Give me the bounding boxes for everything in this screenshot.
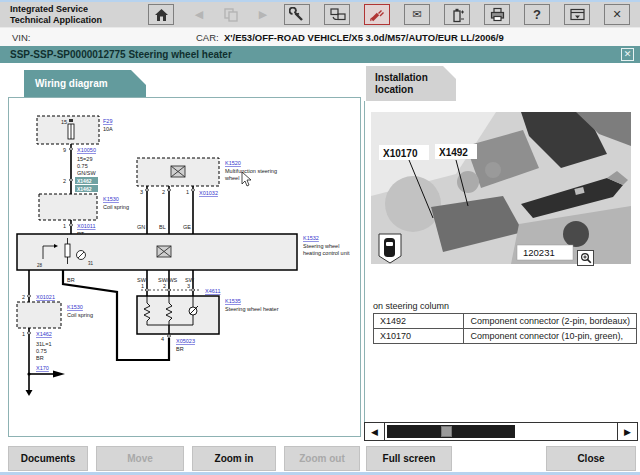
display-change-icon <box>329 7 346 22</box>
link-x1462[interactable]: X1462 <box>36 331 52 337</box>
app-title: Integrated Service Technical Application <box>10 4 102 25</box>
close-application-button[interactable]: ✕ <box>604 4 630 25</box>
installation-location-panel: X10170 X1492 120231 on steering column <box>364 101 640 437</box>
document-history-icon <box>223 7 239 22</box>
coil-spring-box-lower <box>17 302 61 328</box>
link-f29[interactable]: F29 <box>103 118 112 124</box>
connector-table: X1492 Component connector (2-pin, bordea… <box>373 313 637 344</box>
svg-text:SW/WS: SW/WS <box>158 277 178 283</box>
mail-icon: ✉ <box>412 9 421 20</box>
vin-label: VIN: <box>12 32 30 43</box>
svg-text:2: 2 <box>163 283 166 289</box>
svg-text:GN/SW: GN/SW <box>77 170 96 176</box>
workshop-tools-button[interactable] <box>284 4 310 25</box>
close-button[interactable]: Close <box>546 446 636 471</box>
coil-spring-box-upper <box>39 194 97 220</box>
component-logo-icon <box>171 166 185 177</box>
printer-icon <box>489 7 506 22</box>
help-button[interactable]: ? <box>524 4 550 25</box>
link-x10050[interactable]: X10050 <box>77 147 96 153</box>
svg-text:X1462: X1462 <box>77 178 92 184</box>
svg-text:4: 4 <box>161 336 164 342</box>
full-screen-button[interactable]: Full screen <box>366 446 452 471</box>
minimize-window-button[interactable] <box>564 4 590 25</box>
link-x01032[interactable]: X01032 <box>199 190 218 196</box>
table-row[interactable]: X1492 Component connector (2-pin, bordea… <box>374 314 637 329</box>
link-k1532[interactable]: K1532 <box>303 235 319 241</box>
link-k1535[interactable]: K1535 <box>225 298 241 304</box>
svg-text:heating control unit: heating control unit <box>303 250 350 256</box>
photo-zoom-button[interactable] <box>577 250 594 266</box>
forward-button[interactable]: ▶ <box>250 4 276 25</box>
scrollbar-range <box>387 425 515 438</box>
svg-text:1: 1 <box>141 283 144 289</box>
photo-image-number: 120231 <box>523 247 555 258</box>
wiring-diagram-panel: 15 F29 10A 9 X10050 15=29 0.75 GN/SW 2 X… <box>8 97 361 437</box>
svg-text:3: 3 <box>187 283 190 289</box>
pin-9: 9 <box>63 147 66 153</box>
display-change-button[interactable] <box>324 4 350 25</box>
back-button[interactable]: ◀ <box>186 4 212 25</box>
forward-icon: ▶ <box>259 9 267 20</box>
component-logo-icon <box>157 246 171 257</box>
vehicle-connection-button[interactable] <box>364 4 390 25</box>
connector-desc-cell: Component connector (10-pin, green), <box>464 329 637 344</box>
battery-icon <box>449 7 465 23</box>
wrench-icon <box>289 7 305 22</box>
svg-text:Multifunction steering: Multifunction steering <box>225 168 277 174</box>
svg-text:1: 1 <box>186 189 189 195</box>
tab-wiring-diagram[interactable]: Wiring diagram <box>24 70 146 98</box>
zoom-in-button[interactable]: Zoom in <box>192 446 276 471</box>
link-x4611[interactable]: X4611 <box>205 288 221 294</box>
svg-text:X1462: X1462 <box>77 186 92 192</box>
scrollbar-track[interactable] <box>385 423 617 440</box>
messages-button[interactable]: ✉ <box>404 4 430 25</box>
link-k1520[interactable]: K1520 <box>225 160 241 166</box>
svg-text:3: 3 <box>140 189 143 195</box>
installation-photo: X10170 X1492 120231 <box>371 112 631 264</box>
photo-label-x10170: X10170 <box>383 148 418 159</box>
connector-id-cell: X1492 <box>374 314 464 329</box>
link-k1530[interactable]: K1530 <box>103 196 119 202</box>
svg-text:BR: BR <box>36 355 44 361</box>
scroll-left-button[interactable]: ◀ <box>365 423 385 440</box>
connector-id-cell: X10170 <box>374 329 464 344</box>
mouse-cursor <box>242 172 251 186</box>
link-k1530[interactable]: K1530 <box>67 304 83 310</box>
pin-2: 2 <box>63 178 66 184</box>
close-icon: ✕ <box>612 9 621 20</box>
scroll-right-button[interactable]: ▶ <box>617 423 637 440</box>
photo-label-x1492: X1492 <box>439 147 468 158</box>
car-label: CAR: <box>196 32 219 43</box>
svg-text:BL: BL <box>159 224 166 230</box>
scrollbar-thumb[interactable] <box>441 426 452 437</box>
document-history-button[interactable] <box>218 4 244 25</box>
tab-installation-location[interactable]: Installation location <box>366 66 456 101</box>
link-x170[interactable]: X170 <box>36 365 49 371</box>
zoom-out-button[interactable]: Zoom out <box>284 446 360 471</box>
svg-text:GE: GE <box>183 224 191 230</box>
svg-text:0.75: 0.75 <box>36 348 47 354</box>
battery-voltage-button[interactable] <box>444 4 470 25</box>
svg-text:Coil spring: Coil spring <box>103 204 129 210</box>
document-close-button[interactable]: ✕ <box>621 48 634 61</box>
connector-arrow <box>53 371 65 378</box>
documents-button[interactable]: Documents <box>8 446 88 471</box>
svg-text:0.75: 0.75 <box>77 163 88 169</box>
terminal-15-label: 15 <box>61 119 67 125</box>
svg-text:Steering wheel: Steering wheel <box>303 243 339 249</box>
link-x01011[interactable]: X01011 <box>77 223 96 229</box>
move-button[interactable]: Move <box>96 446 184 471</box>
ground-arrow <box>26 390 33 396</box>
table-row[interactable]: X10170 Component connector (10-pin, gree… <box>374 329 637 344</box>
home-button[interactable] <box>148 4 174 25</box>
car-position-icon <box>379 234 401 263</box>
steering-wheel-heater-box <box>137 296 219 334</box>
pin-1: 1 <box>63 223 66 229</box>
svg-text:GN: GN <box>137 224 145 230</box>
link-x05023[interactable]: X05023 <box>176 338 195 344</box>
svg-text:28: 28 <box>37 263 43 268</box>
link-x01021[interactable]: X01021 <box>36 294 55 300</box>
window-minimize-icon <box>569 7 586 22</box>
print-button[interactable] <box>484 4 510 25</box>
